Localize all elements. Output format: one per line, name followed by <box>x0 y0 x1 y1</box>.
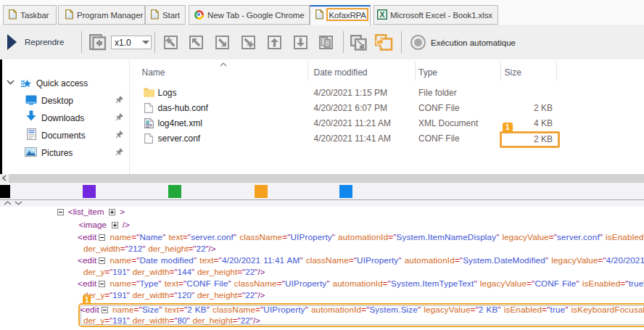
svg-text:X: X <box>379 10 385 19</box>
svg-text:<e>: <e> <box>144 120 150 124</box>
